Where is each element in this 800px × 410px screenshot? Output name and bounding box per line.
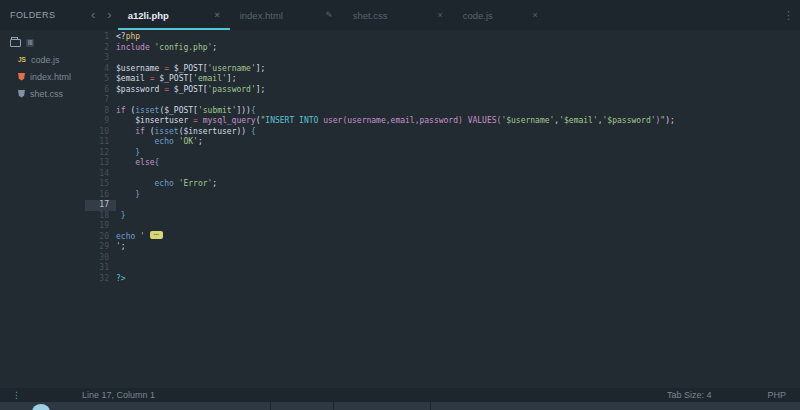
line-number: 30 (85, 253, 116, 264)
code-line-10[interactable]: 10 if (isset($insertuser)) { (85, 127, 800, 138)
tab-shet-css[interactable]: shet.css× (343, 0, 453, 30)
line-number: 10 (85, 127, 116, 138)
code-token: ; (121, 242, 126, 251)
code-token: '$password' (603, 116, 656, 125)
code-token: ; (212, 179, 217, 188)
code-token (116, 179, 155, 188)
status-menu-icon[interactable]: ⋮ (0, 390, 26, 400)
code-line-15[interactable]: 15 echo 'Error'; (85, 179, 800, 190)
tab-nav-back-icon[interactable]: ‹ (85, 0, 101, 30)
code-line-3[interactable]: 3 (85, 53, 800, 64)
tab-code-js[interactable]: code.js× (453, 0, 548, 30)
tab-index-html[interactable]: index.html✎ (230, 0, 343, 30)
taskbar-divider (270, 402, 271, 410)
tab-close-icon[interactable]: × (437, 10, 442, 20)
code-token (116, 137, 155, 146)
code-line-16[interactable]: 16 } (85, 190, 800, 201)
line-number: 14 (85, 169, 116, 180)
editor-pane[interactable]: 1<?php2include 'config.php';34$username … (85, 30, 800, 388)
sidebar-item-shet-css[interactable]: shet.css (0, 85, 85, 102)
line-content: <?php (116, 32, 140, 43)
modified-pencil-icon[interactable]: ✎ (325, 10, 333, 20)
code-line-6[interactable]: 6$password = $_POST['password']; (85, 85, 800, 96)
code-token: )) (241, 106, 251, 115)
code-line-9[interactable]: 9 $insertuser = mysql_query("INSERT INTO… (85, 116, 800, 127)
code-token: $insertuser (183, 127, 236, 136)
line-number: 32 (85, 274, 116, 285)
code-line-1[interactable]: 1<?php (85, 32, 800, 43)
code-line-8[interactable]: 8if (isset($_POST['submit'])){ (85, 106, 800, 117)
line-number: 29 (85, 242, 116, 253)
line-content: $password = $_POST['password']; (116, 85, 265, 96)
code-token (116, 127, 135, 136)
code-line-13[interactable]: 13 else{ (85, 158, 800, 169)
code-token: if (116, 106, 130, 115)
line-number: 31 (85, 263, 116, 274)
code-token: $_POST (164, 106, 193, 115)
code-token: )) (236, 127, 246, 136)
sidebar-item-code-js[interactable]: JScode.js (0, 51, 85, 68)
line-content: '; (116, 242, 126, 253)
js-file-icon: JS (18, 56, 26, 63)
code-line-32[interactable]: 32?> (85, 274, 800, 285)
code-token: INSERT INTO (265, 116, 323, 125)
code-line-11[interactable]: 11 echo 'OK'; (85, 137, 800, 148)
code-token (116, 190, 135, 199)
file-name: index.html (30, 72, 71, 82)
code-token (116, 158, 135, 167)
line-content: if (isset($insertuser)) { (116, 127, 256, 138)
taskbar-icon[interactable] (32, 404, 50, 410)
code-token: { (251, 106, 256, 115)
line-number: 15 (85, 179, 116, 190)
code-token: ; (232, 74, 237, 83)
code-line-29[interactable]: 29'; (85, 242, 800, 253)
code-line-5[interactable]: 5$email = $_POST['email']; (85, 74, 800, 85)
tab-close-icon[interactable]: × (532, 10, 537, 20)
tab-size-indicator[interactable]: Tab Size: 4 (667, 390, 712, 400)
line-number: 19 (85, 221, 116, 232)
line-number: 11 (85, 137, 116, 148)
code-token: echo (155, 137, 179, 146)
code-line-7[interactable]: 7 (85, 95, 800, 106)
code-line-17[interactable]: 17 (85, 200, 800, 211)
code-token: isset (155, 127, 179, 136)
code-token: ; (261, 85, 266, 94)
code-line-20[interactable]: 20echo ' ⋯ (85, 232, 800, 243)
code-line-12[interactable]: 12 } (85, 148, 800, 159)
line-content: echo 'Error'; (116, 179, 217, 190)
tab-nav-forward-icon[interactable]: › (101, 0, 117, 30)
tab-overflow-icon[interactable]: ⋮ (783, 0, 794, 30)
top-chrome: FOLDERS ‹ › a12li.php×index.html✎shet.cs… (0, 0, 800, 30)
line-number: 13 (85, 158, 116, 169)
line-number: 8 (85, 106, 116, 117)
line-number: 2 (85, 43, 116, 54)
line-content: else{ (116, 158, 159, 169)
tab-a12li-php[interactable]: a12li.php× (118, 0, 230, 30)
code-token: 'username' (208, 64, 256, 73)
line-content: echo 'OK'; (116, 137, 203, 148)
code-token: $_POST (174, 64, 203, 73)
active-tab-underline (118, 28, 230, 30)
code-line-2[interactable]: 2include 'config.php'; (85, 43, 800, 54)
code-area: 1<?php2include 'config.php';34$username … (85, 32, 800, 284)
line-content: } (116, 211, 126, 222)
sidebar-item-index-html[interactable]: index.html (0, 68, 85, 85)
line-number: 9 (85, 116, 116, 127)
line-content: $insertuser = mysql_query("INSERT INTO u… (116, 116, 675, 127)
tab-close-icon[interactable]: × (214, 10, 219, 20)
folder-item[interactable]: lll (0, 34, 85, 51)
code-line-4[interactable]: 4$username = $_POST['username']; (85, 64, 800, 75)
code-token: ' (140, 232, 150, 241)
code-line-19[interactable]: 19 (85, 221, 800, 232)
code-line-30[interactable]: 30 (85, 253, 800, 264)
syntax-indicator[interactable]: PHP (767, 390, 786, 400)
code-token: $insertuser (135, 116, 193, 125)
line-number: 5 (85, 74, 116, 85)
code-line-18[interactable]: 18 } (85, 211, 800, 222)
code-token: VALUES( (468, 116, 502, 125)
fold-marker-icon[interactable]: ⋯ (150, 231, 163, 239)
taskbar-divider (333, 402, 334, 410)
code-line-14[interactable]: 14 (85, 169, 800, 180)
cursor-position: Line 17, Column 1 (82, 390, 155, 400)
code-line-31[interactable]: 31 (85, 263, 800, 274)
